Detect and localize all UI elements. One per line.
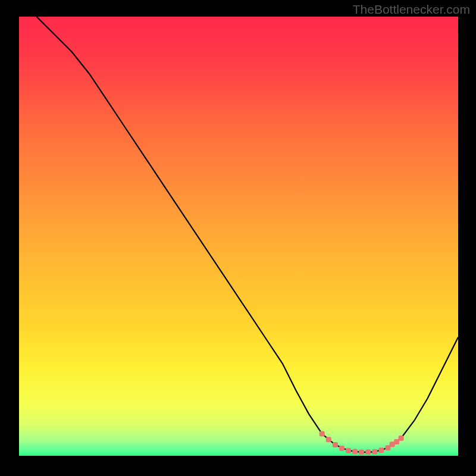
optimal-marker: [352, 449, 358, 454]
optimal-marker: [339, 446, 345, 451]
optimal-marker: [365, 449, 371, 455]
optimal-marker: [399, 436, 404, 441]
chart-svg: [19, 17, 458, 456]
watermark-text: TheBottlenecker.com: [353, 2, 470, 17]
optimal-marker: [359, 450, 364, 455]
chart-plot-area: [19, 17, 458, 456]
optimal-marker: [320, 431, 325, 437]
optimal-marker: [333, 442, 338, 447]
optimal-marker: [378, 447, 384, 453]
optimal-marker: [346, 448, 351, 453]
optimal-marker: [326, 437, 331, 442]
optimal-marker: [372, 449, 377, 455]
chart-background: [19, 17, 458, 456]
